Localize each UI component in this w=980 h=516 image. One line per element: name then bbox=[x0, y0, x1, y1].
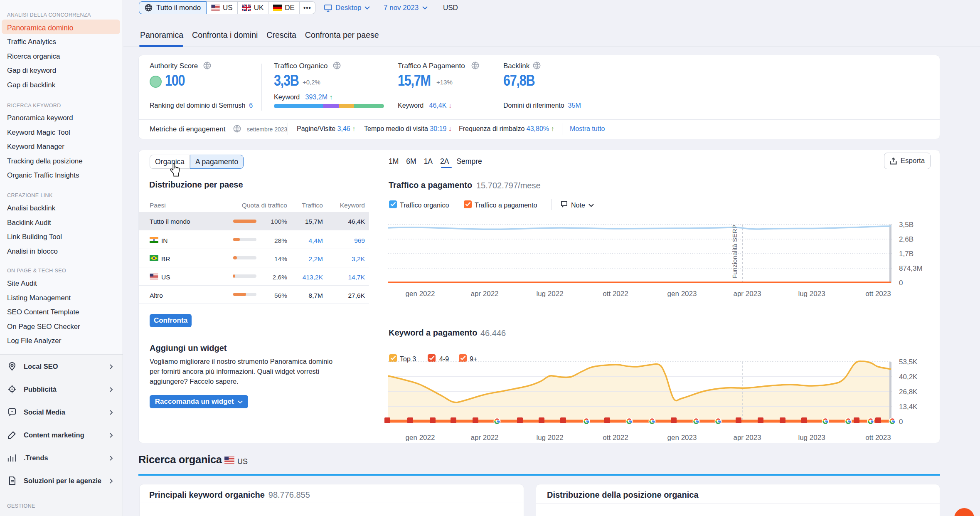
svg-text:apr 2022: apr 2022 bbox=[470, 290, 498, 298]
svg-text:40,2K: 40,2K bbox=[899, 373, 918, 381]
svg-text:13,4K: 13,4K bbox=[899, 403, 918, 411]
svg-text:0: 0 bbox=[899, 418, 903, 426]
svg-text:ott 2023: ott 2023 bbox=[865, 290, 891, 298]
svg-text:apr 2023: apr 2023 bbox=[733, 434, 761, 442]
svg-text:26,8K: 26,8K bbox=[899, 388, 918, 396]
svg-text:apr 2023: apr 2023 bbox=[733, 290, 761, 298]
svg-text:1,7B: 1,7B bbox=[899, 250, 914, 258]
svg-text:ott 2022: ott 2022 bbox=[603, 290, 628, 298]
svg-text:0: 0 bbox=[899, 279, 903, 287]
svg-text:lug 2022: lug 2022 bbox=[536, 290, 563, 298]
svg-text:53,5K: 53,5K bbox=[899, 358, 918, 366]
svg-text:lug 2022: lug 2022 bbox=[536, 434, 563, 442]
svg-text:ott 2023: ott 2023 bbox=[865, 434, 891, 442]
svg-text:apr 2022: apr 2022 bbox=[470, 434, 498, 442]
svg-text:lug 2023: lug 2023 bbox=[798, 434, 825, 442]
svg-text:3,5B: 3,5B bbox=[899, 221, 914, 229]
svg-text:2,6B: 2,6B bbox=[899, 235, 914, 243]
svg-text:lug 2023: lug 2023 bbox=[798, 290, 825, 298]
svg-text:gen 2023: gen 2023 bbox=[667, 434, 697, 442]
svg-text:ott 2022: ott 2022 bbox=[603, 434, 628, 442]
svg-text:874,3M: 874,3M bbox=[899, 264, 923, 272]
svg-text:Funzionalità SERP: Funzionalità SERP bbox=[731, 225, 738, 279]
svg-text:gen 2022: gen 2022 bbox=[406, 290, 435, 298]
svg-text:gen 2023: gen 2023 bbox=[667, 290, 697, 298]
svg-text:gen 2022: gen 2022 bbox=[406, 434, 435, 442]
